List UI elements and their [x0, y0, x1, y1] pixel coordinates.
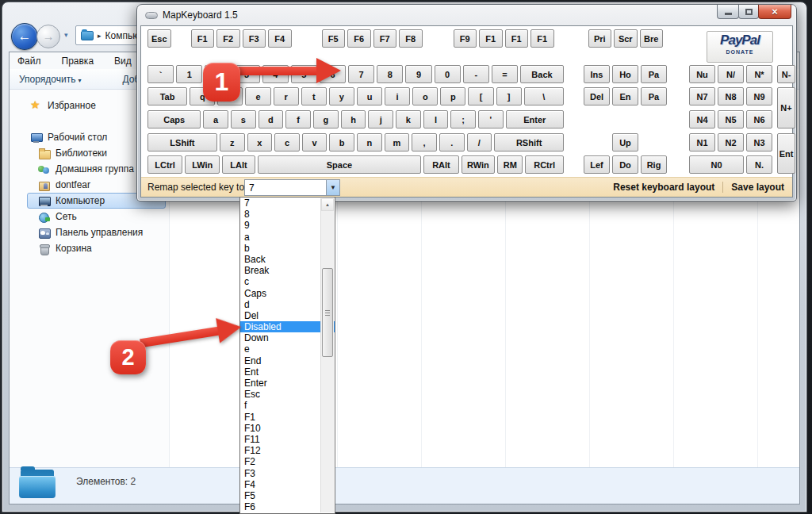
key-y[interactable]: y [329, 87, 354, 105]
key-[interactable]: ; [450, 110, 476, 128]
remap-key-select[interactable]: 7 ▼ [244, 179, 340, 196]
key-[interactable]: ' [478, 110, 504, 128]
key-pa[interactable]: Pa [641, 65, 667, 83]
key-lctrl[interactable]: LCtrl [147, 155, 182, 174]
key-j[interactable]: j [368, 110, 393, 128]
key-[interactable]: . [439, 133, 465, 152]
minimize-button[interactable] [717, 5, 739, 19]
key-z[interactable]: z [220, 133, 245, 152]
key-f1[interactable]: F1 [479, 29, 503, 48]
key-n9[interactable]: N9 [746, 87, 772, 105]
key-v[interactable]: v [302, 133, 327, 152]
key-space[interactable]: Space [258, 155, 422, 174]
key-o[interactable]: o [412, 87, 438, 105]
key-9[interactable]: 9 [405, 65, 431, 83]
key-n2[interactable]: N2 [718, 133, 744, 152]
sidebar-item-network[interactable]: Сеть [10, 209, 169, 224]
key-esc[interactable]: Esc [147, 29, 171, 48]
key-f7[interactable]: F7 [373, 29, 397, 48]
key-n[interactable]: N/ [718, 65, 744, 83]
key-8[interactable]: 8 [377, 65, 403, 83]
key-pri[interactable]: Pri [588, 29, 612, 48]
key-en[interactable]: En [612, 87, 638, 105]
key-n6[interactable]: N6 [746, 110, 772, 128]
key-scr[interactable]: Scr [614, 29, 638, 48]
key-1[interactable]: 1 [176, 65, 202, 83]
key-f9[interactable]: F9 [454, 29, 477, 48]
key-f[interactable]: f [285, 110, 311, 128]
key-l[interactable]: l [423, 110, 449, 128]
key-lalt[interactable]: LAlt [222, 155, 255, 174]
key-[interactable]: \ [524, 87, 564, 105]
key-f2[interactable]: F2 [216, 29, 240, 48]
menu-item-edit[interactable]: Правка [62, 56, 94, 67]
key-ho[interactable]: Ho [612, 65, 638, 83]
key-[interactable]: - [463, 65, 489, 83]
key-p[interactable]: p [440, 87, 465, 105]
scrollbar-thumb[interactable] [322, 268, 333, 357]
key-[interactable]: [ [468, 87, 493, 105]
key-f5[interactable]: F5 [322, 29, 346, 48]
key-n5[interactable]: N5 [718, 110, 744, 128]
key-do[interactable]: Do [612, 155, 638, 174]
key-lshift[interactable]: LShift [147, 133, 217, 152]
key-up[interactable]: Up [612, 133, 638, 152]
key-e[interactable]: e [245, 87, 270, 105]
key-b[interactable]: b [329, 133, 354, 152]
key-m[interactable]: m [385, 133, 410, 152]
key-n[interactable]: N+ [777, 87, 795, 128]
dropdown-scrollbar[interactable]: ▲ [320, 198, 334, 512]
key-n[interactable]: N- [777, 65, 795, 83]
save-layout-button[interactable]: Save layout [731, 182, 784, 193]
key-lwin[interactable]: LWin [185, 155, 220, 174]
sidebar-item-control-panel[interactable]: Панель управления [10, 224, 169, 240]
reset-layout-button[interactable]: Reset keyboard layout [613, 182, 714, 193]
key-r[interactable]: r [274, 87, 299, 105]
menu-item-view[interactable]: Вид [114, 56, 132, 67]
key-7[interactable]: 7 [348, 65, 374, 83]
key-g[interactable]: g [313, 110, 339, 128]
key-[interactable]: = [492, 65, 518, 83]
key-tab[interactable]: Tab [147, 87, 187, 105]
key-f1[interactable]: F1 [191, 29, 215, 48]
key-[interactable]: , [412, 133, 437, 152]
key-f4[interactable]: F4 [268, 29, 292, 48]
key-ralt[interactable]: RAlt [423, 155, 458, 174]
key-h[interactable]: h [341, 110, 366, 128]
back-button[interactable]: ← [11, 23, 38, 50]
key-s[interactable]: s [231, 110, 256, 128]
key-lef[interactable]: Lef [584, 155, 610, 174]
key-back[interactable]: Back [520, 65, 564, 83]
paypal-donate-button[interactable]: PayPal DONATE [707, 31, 773, 63]
key-i[interactable]: i [385, 87, 410, 105]
key-n8[interactable]: N8 [718, 87, 744, 105]
key-a[interactable]: a [203, 110, 228, 128]
key-[interactable]: / [467, 133, 492, 152]
key-rctrl[interactable]: RCtrl [525, 155, 564, 174]
key-f1[interactable]: F1 [505, 29, 529, 48]
key-x[interactable]: x [247, 133, 273, 152]
key-n0[interactable]: N0 [689, 155, 744, 174]
key-f6[interactable]: F6 [347, 29, 371, 48]
key-rshift[interactable]: RShift [494, 133, 564, 152]
key-0[interactable]: 0 [435, 65, 461, 83]
scroll-up-icon[interactable]: ▲ [321, 198, 334, 211]
key-pa[interactable]: Pa [641, 87, 667, 105]
maximize-button[interactable] [738, 5, 759, 19]
key-caps[interactable]: Caps [147, 110, 201, 128]
key-[interactable]: ` [147, 65, 174, 83]
combo-dropdown-button[interactable]: ▼ [326, 180, 339, 195]
key-rwin[interactable]: RWin [462, 155, 496, 174]
key-[interactable]: ] [496, 87, 522, 105]
key-c[interactable]: c [274, 133, 300, 152]
key-n[interactable]: N* [746, 65, 772, 83]
key-del[interactable]: Del [584, 87, 610, 105]
key-ent[interactable]: Ent [777, 133, 795, 174]
key-f8[interactable]: F8 [399, 29, 423, 48]
key-u[interactable]: u [357, 87, 382, 105]
forward-button[interactable]: → [36, 25, 60, 48]
key-n[interactable]: N. [746, 155, 772, 174]
key-enter[interactable]: Enter [506, 110, 564, 128]
key-rig[interactable]: Rig [641, 155, 667, 174]
sidebar-item-recycle-bin[interactable]: Корзина [10, 240, 169, 256]
